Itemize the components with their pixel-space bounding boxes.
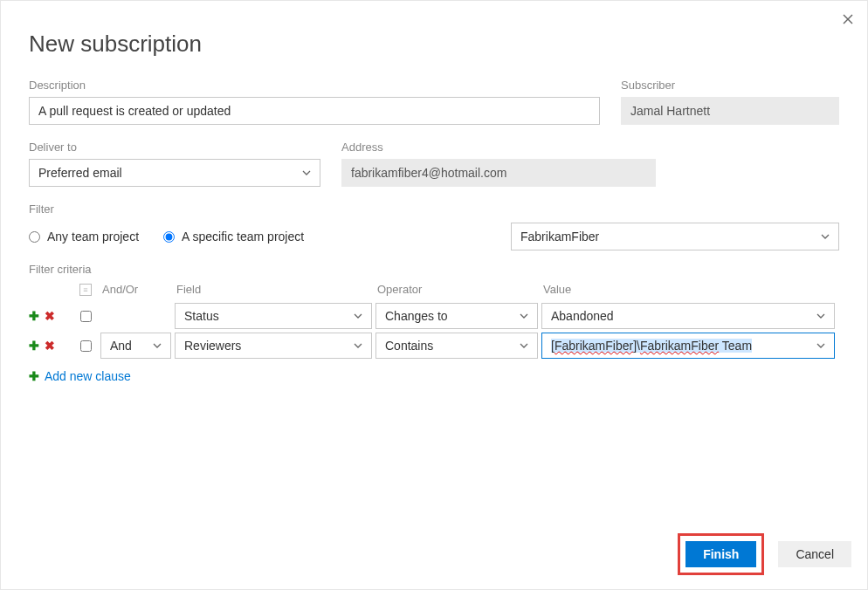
chevron-down-icon (302, 170, 311, 175)
chevron-down-icon (354, 343, 362, 348)
add-row-icon[interactable]: ✚ (29, 309, 39, 323)
close-icon[interactable] (843, 13, 853, 27)
finish-button[interactable]: Finish (685, 541, 756, 567)
remove-row-icon[interactable]: ✖ (45, 339, 55, 353)
plus-icon: ✚ (29, 369, 39, 383)
description-input[interactable]: A pull request is created or updated (29, 97, 600, 125)
add-row-icon[interactable]: ✚ (29, 339, 39, 353)
deliver-to-select[interactable]: Preferred email (29, 159, 320, 187)
add-clause-label: Add new clause (45, 369, 131, 383)
header-value: Value (540, 283, 837, 296)
field-select[interactable]: Reviewers (175, 333, 372, 359)
radio-specific-team-project-label: A specific team project (182, 230, 304, 244)
radio-any-team-project[interactable]: Any team project (29, 230, 139, 244)
filter-label: Filter (29, 202, 839, 216)
header-field: Field (173, 283, 374, 296)
project-select-value: FabrikamFiber (520, 230, 599, 244)
header-andor: And/Or (99, 283, 173, 296)
andor-value: And (110, 339, 132, 353)
operator-value: Contains (385, 339, 433, 353)
operator-select[interactable]: Changes to (375, 303, 538, 329)
field-value: Reviewers (184, 339, 241, 353)
field-value: Status (184, 309, 219, 323)
subscriber-value: Jamal Hartnett (630, 104, 710, 118)
remove-row-icon[interactable]: ✖ (45, 309, 55, 323)
row-checkbox[interactable] (80, 340, 92, 352)
cancel-button[interactable]: Cancel (778, 541, 851, 567)
description-value: A pull request is created or updated (38, 104, 231, 118)
chevron-down-icon (354, 313, 362, 319)
finish-highlight: Finish (678, 533, 764, 575)
new-subscription-modal: New subscription Description A pull requ… (0, 0, 868, 590)
project-select[interactable]: FabrikamFiber (511, 223, 839, 250)
deliver-to-label: Deliver to (29, 141, 320, 154)
chevron-down-icon (153, 343, 162, 348)
address-field: fabrikamfiber4@hotmail.com (341, 159, 656, 187)
field-select[interactable]: Status (175, 303, 372, 329)
value-text: Abandoned (551, 309, 614, 323)
add-new-clause-link[interactable]: ✚ Add new clause (29, 369, 839, 383)
address-label: Address (341, 141, 656, 154)
header-operator: Operator (374, 283, 540, 296)
chevron-down-icon (816, 343, 825, 348)
radio-specific-team-project[interactable]: A specific team project (163, 230, 304, 244)
criteria-row: ✚ ✖ And Reviewers Contains [FabrikamFibe… (29, 331, 839, 360)
filter-criteria-label: Filter criteria (29, 263, 839, 276)
modal-title: New subscription (29, 31, 839, 58)
deliver-to-value: Preferred email (38, 166, 122, 180)
subscriber-field: Jamal Hartnett (621, 97, 839, 125)
criteria-header-row: ≡ And/Or Field Operator Value (29, 283, 839, 301)
chevron-down-icon (520, 313, 528, 319)
andor-select[interactable]: And (100, 333, 171, 359)
description-label: Description (29, 79, 600, 92)
operator-select[interactable]: Contains (375, 333, 538, 359)
chevron-down-icon (821, 234, 830, 239)
value-select[interactable]: Abandoned (541, 303, 835, 329)
chevron-down-icon (816, 313, 825, 319)
criteria-row: ✚ ✖ Status Changes to Abandoned (29, 301, 839, 331)
subscriber-label: Subscriber (621, 79, 839, 92)
operator-value: Changes to (385, 309, 448, 323)
row-checkbox[interactable] (80, 311, 92, 322)
chevron-down-icon (520, 343, 528, 348)
address-value: fabrikamfiber4@hotmail.com (351, 166, 506, 180)
value-select[interactable]: [FabrikamFiber]\FabrikamFiber Team (541, 333, 835, 359)
group-icon: ≡ (79, 284, 92, 296)
radio-any-team-project-label: Any team project (47, 230, 139, 244)
modal-footer: Finish Cancel (678, 533, 851, 575)
value-text: [FabrikamFiber]\FabrikamFiber Team (551, 339, 752, 353)
